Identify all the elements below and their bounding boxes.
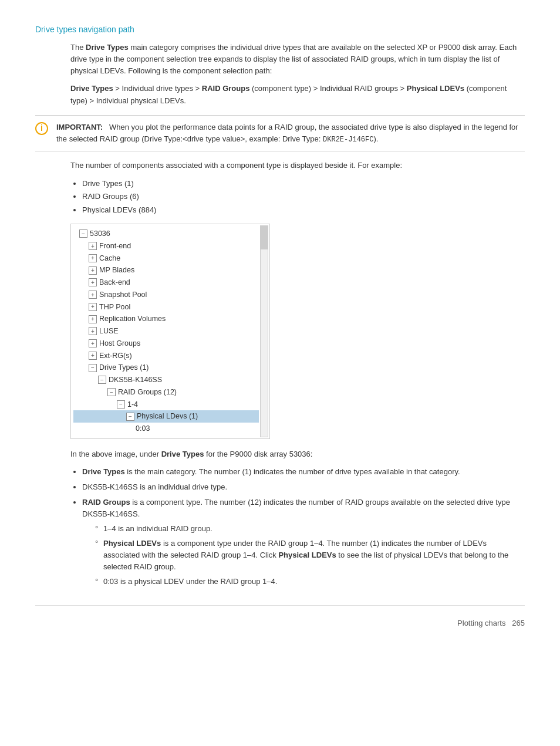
expand-luse[interactable]: + — [89, 327, 97, 335]
btb-dks5b: DKS5B-K146SS is an individual drive type… — [82, 481, 525, 493]
section-heading: Drive types navigation path — [35, 23, 525, 36]
count-bullet-2: RAID Groups (6) — [82, 191, 525, 202]
expand-53036[interactable]: − — [79, 229, 87, 238]
tree-item-mpblades[interactable]: + MP Blades — [73, 264, 259, 276]
tree-item-003[interactable]: 0:03 — [73, 423, 259, 435]
expand-dks5b[interactable]: − — [98, 376, 106, 384]
tree-item-backend[interactable]: + Back-end — [73, 276, 259, 289]
tree-label-1-4: 1-4 — [127, 399, 138, 410]
tree-item-replication[interactable]: + Replication Volumes — [73, 313, 259, 325]
tree-item-luse[interactable]: + LUSE — [73, 325, 259, 337]
tree-item-raidgroups[interactable]: − RAID Groups (12) — [73, 386, 259, 399]
tree-label-hostgroups: Host Groups — [99, 338, 140, 349]
tree-item-1-4[interactable]: − 1-4 — [73, 399, 259, 411]
intro-paragraph: The Drive Types main category comprises … — [70, 42, 525, 77]
tree-item-physicalldevs[interactable]: − Physical LDevs (1) — [73, 410, 259, 423]
expand-drivetypes[interactable]: − — [89, 364, 97, 372]
sub-1-4: 1–4 is an individual RAID group. — [94, 523, 525, 535]
footer-page: 265 — [512, 619, 525, 627]
expand-replication[interactable]: + — [89, 315, 97, 323]
tree-label-physicalldevs: Physical LDevs (1) — [137, 411, 198, 422]
tree-scrollbar-thumb[interactable] — [261, 226, 268, 249]
count-bullets-list: Drive Types (1) RAID Groups (6) Physical… — [82, 178, 525, 216]
btb-drivetypes: Drive Types is the main category. The nu… — [82, 466, 525, 478]
tree-label-snapshotpool: Snapshot Pool — [99, 289, 147, 301]
sub-bullets-list: 1–4 is an individual RAID group. Physica… — [94, 523, 525, 588]
below-tree-intro: In the above image, under Drive Types fo… — [70, 448, 525, 460]
tree-item-extrgs[interactable]: + Ext-RG(s) — [73, 350, 259, 362]
expand-snapshotpool[interactable]: + — [89, 291, 97, 299]
tree-item-hostgroups[interactable]: + Host Groups — [73, 337, 259, 350]
expand-frontend[interactable]: + — [89, 242, 97, 250]
expand-hostgroups[interactable]: + — [89, 339, 97, 347]
count-bullet-1: Drive Types (1) — [82, 178, 525, 190]
count-bullet-3: Physical LDEVs (884) — [82, 204, 525, 216]
tree-label-raidgroups: RAID Groups (12) — [118, 387, 177, 398]
tree-label-cache: Cache — [99, 253, 120, 264]
tree-item-53036[interactable]: − 53036 — [73, 228, 259, 240]
important-box: i IMPORTANT: When you plot the performan… — [35, 115, 525, 152]
tree-item-dks5b[interactable]: − DKS5B-K146SS — [73, 374, 259, 386]
footer: Plotting charts 265 — [35, 605, 525, 629]
tree-label-backend: Back-end — [99, 277, 130, 288]
sub-physicalldevs: Physical LDEVs is a component type under… — [94, 538, 525, 573]
tree-scrollbar[interactable] — [260, 225, 268, 437]
tree-label-luse: LUSE — [99, 326, 119, 337]
tree-label-frontend: Front-end — [99, 241, 131, 252]
expand-thppool[interactable]: + — [89, 303, 97, 311]
important-text-content: IMPORTANT: When you plot the performance… — [56, 121, 525, 146]
tree-item-drivetypes[interactable]: − Drive Types (1) — [73, 362, 259, 374]
below-tree-bullets-list: Drive Types is the main category. The nu… — [82, 466, 525, 588]
path-line: Drive Types > Individual drive types > R… — [70, 83, 525, 106]
tree-item-frontend[interactable]: + Front-end — [73, 240, 259, 252]
tree-label-extrgs: Ext-RG(s) — [99, 350, 132, 362]
expand-backend[interactable]: + — [89, 278, 97, 286]
tree-label-003: 0:03 — [136, 423, 150, 434]
sub-003: 0:03 is a physical LDEV under the RAID g… — [94, 576, 525, 588]
tree-item-snapshotpool[interactable]: + Snapshot Pool — [73, 289, 259, 301]
expand-mpblades[interactable]: + — [89, 266, 97, 275]
expand-1-4[interactable]: − — [117, 400, 125, 409]
tree-label-53036: 53036 — [90, 228, 110, 239]
footer-label: Plotting charts — [457, 619, 505, 627]
btb-raidgroups: RAID Groups is a component type. The num… — [82, 497, 525, 588]
tree-label-dks5b: DKS5B-K146SS — [109, 374, 162, 386]
tree-container: − 53036 + Front-end + Cache + MP Blades … — [70, 224, 270, 439]
count-intro: The number of components associated with… — [70, 160, 525, 171]
expand-physicalldevs[interactable]: − — [126, 413, 134, 421]
tree-label-replication: Replication Volumes — [99, 313, 166, 325]
tree-item-cache[interactable]: + Cache — [73, 252, 259, 265]
expand-cache[interactable]: + — [89, 254, 97, 262]
footer-text: Plotting charts 265 — [457, 617, 525, 629]
expand-extrgs[interactable]: + — [89, 352, 97, 360]
tree-label-thppool: THP Pool — [99, 302, 130, 313]
tree-label-drivetypes: Drive Types (1) — [99, 362, 149, 373]
tree-inner: − 53036 + Front-end + Cache + MP Blades … — [71, 224, 269, 438]
tree-item-thppool[interactable]: + THP Pool — [73, 301, 259, 313]
tree-label-mpblades: MP Blades — [99, 265, 134, 276]
important-icon: i — [35, 122, 48, 135]
expand-raidgroups[interactable]: − — [107, 388, 116, 396]
important-label: IMPORTANT: — [56, 123, 103, 131]
